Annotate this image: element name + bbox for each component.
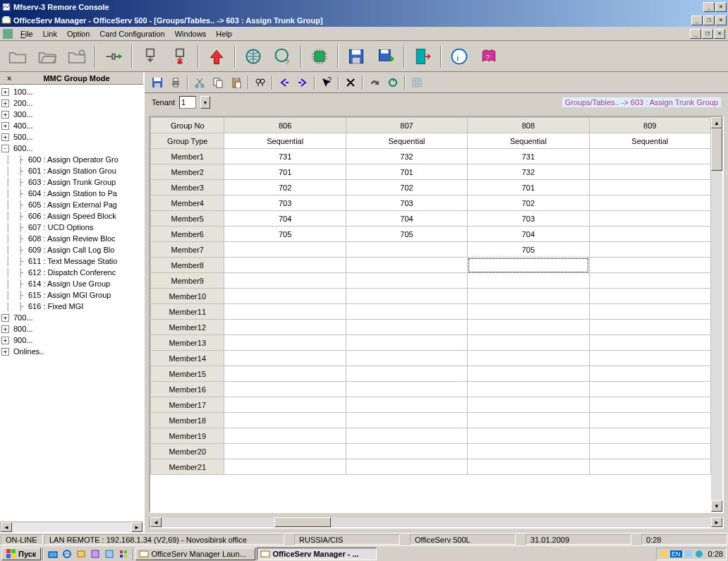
grid-cell[interactable] bbox=[589, 397, 710, 413]
paste-icon[interactable] bbox=[228, 75, 245, 90]
tray-icon[interactable] bbox=[684, 550, 693, 558]
grid-cell[interactable] bbox=[468, 397, 589, 413]
grid-cell[interactable] bbox=[224, 289, 346, 304]
grid-cell[interactable] bbox=[224, 413, 346, 428]
scroll-thumb[interactable] bbox=[274, 517, 331, 527]
lang-indicator[interactable]: EN bbox=[670, 550, 682, 557]
grid-row-header[interactable]: Member7 bbox=[151, 242, 224, 258]
grid-cell[interactable] bbox=[468, 428, 589, 444]
grid-cell[interactable] bbox=[224, 304, 346, 320]
globe-q-icon[interactable]: ? bbox=[269, 44, 296, 69]
grid-cell[interactable] bbox=[346, 413, 467, 428]
tray-icon[interactable] bbox=[660, 550, 668, 558]
grid-cell[interactable]: 731 bbox=[224, 149, 346, 164]
grid-cell[interactable] bbox=[589, 382, 710, 397]
grid-icon[interactable] bbox=[408, 75, 425, 90]
scroll-track[interactable] bbox=[711, 171, 722, 500]
print-icon[interactable] bbox=[167, 75, 184, 90]
grid-row-header[interactable]: Member18 bbox=[151, 413, 224, 428]
grid-cell[interactable] bbox=[589, 211, 710, 227]
grid-cell[interactable]: 732 bbox=[468, 164, 589, 180]
outlook-icon[interactable] bbox=[75, 548, 87, 560]
grid-cell[interactable]: 703 bbox=[224, 195, 346, 211]
copy-icon[interactable] bbox=[210, 75, 226, 90]
grid-row-header[interactable]: Member8 bbox=[151, 258, 224, 273]
app2-icon[interactable] bbox=[103, 548, 116, 560]
find-icon[interactable] bbox=[252, 75, 269, 90]
download-red-icon[interactable] bbox=[166, 44, 193, 69]
tree-branch[interactable]: +400... bbox=[1, 120, 142, 131]
grid-cell[interactable] bbox=[224, 366, 346, 382]
grid-cell[interactable]: 701 bbox=[346, 164, 467, 180]
tree-toggle[interactable]: + bbox=[1, 99, 9, 107]
tree-branch[interactable]: +100... bbox=[1, 86, 142, 97]
grid-col-header[interactable]: 807 bbox=[346, 118, 467, 133]
grid-cell[interactable]: 705 bbox=[468, 242, 589, 258]
tree-toggle[interactable]: + bbox=[1, 325, 9, 333]
grid-row-header[interactable]: Member19 bbox=[151, 428, 224, 444]
grid-cell[interactable] bbox=[468, 459, 589, 475]
grid-cell[interactable]: Sequential bbox=[346, 133, 467, 149]
tree-toggle[interactable]: + bbox=[1, 122, 9, 130]
grid-cell[interactable] bbox=[346, 397, 467, 413]
chip-icon[interactable] bbox=[306, 44, 333, 69]
menu-file[interactable]: FFileile bbox=[16, 28, 38, 40]
scroll-thumb[interactable] bbox=[711, 128, 722, 171]
grid-cell[interactable]: 705 bbox=[224, 227, 346, 242]
grid-cell[interactable] bbox=[589, 351, 710, 366]
tree-toggle[interactable]: + bbox=[1, 111, 9, 119]
grid-cell[interactable] bbox=[589, 444, 710, 459]
connect-icon[interactable] bbox=[100, 44, 127, 69]
grid-cell[interactable] bbox=[224, 273, 346, 289]
tree-branch[interactable]: +300... bbox=[1, 109, 142, 120]
minimize-button[interactable]: _ bbox=[703, 2, 715, 12]
menu-card-configuration[interactable]: Card Configuration bbox=[95, 28, 169, 40]
tree-leaf[interactable]: │├614 : Assign Use Group bbox=[1, 278, 142, 289]
grid-cell[interactable] bbox=[346, 304, 467, 320]
grid-cell[interactable] bbox=[589, 366, 710, 382]
grid-cell[interactable] bbox=[224, 242, 346, 258]
data-grid[interactable]: Group No806807808809Group TypeSequential… bbox=[150, 117, 711, 475]
menu-windows[interactable]: Windows bbox=[170, 28, 212, 40]
grid-vscroll[interactable]: ▲ ▼ bbox=[711, 117, 722, 512]
grid-row-header[interactable]: Member13 bbox=[151, 335, 224, 351]
grid-cell[interactable]: Sequential bbox=[224, 133, 346, 149]
grid-col-header[interactable]: 809 bbox=[589, 118, 710, 133]
grid-row-header[interactable]: Member20 bbox=[151, 444, 224, 459]
tree-toggle[interactable]: + bbox=[1, 314, 9, 322]
grid-row-header[interactable]: Member3 bbox=[151, 180, 224, 195]
grid-cell[interactable] bbox=[589, 164, 710, 180]
grid-cell[interactable] bbox=[589, 227, 710, 242]
scroll-left-button[interactable]: ◄ bbox=[1, 522, 12, 532]
grid-cell[interactable] bbox=[224, 428, 346, 444]
save-disk-icon[interactable] bbox=[343, 44, 370, 69]
grid-cell[interactable] bbox=[224, 382, 346, 397]
refresh-icon[interactable] bbox=[384, 75, 401, 90]
taskbar-item-launcher[interactable]: OfficeServ Manager Laun... bbox=[135, 548, 255, 560]
sidebar-close-icon[interactable]: × bbox=[4, 73, 14, 83]
grid-row-header[interactable]: Member14 bbox=[151, 351, 224, 366]
tree-leaf[interactable]: │├603 : Assign Trunk Group bbox=[1, 176, 142, 188]
close-button[interactable]: × bbox=[715, 2, 727, 12]
grid-cell[interactable] bbox=[346, 382, 467, 397]
tree-branch[interactable]: +700... bbox=[1, 312, 142, 323]
grid-cell[interactable] bbox=[346, 258, 467, 273]
grid-cell[interactable] bbox=[468, 351, 589, 366]
grid-cell[interactable]: Sequential bbox=[468, 133, 589, 149]
grid-cell[interactable] bbox=[468, 258, 589, 273]
grid-cell[interactable] bbox=[589, 413, 710, 428]
scroll-track[interactable] bbox=[162, 517, 711, 527]
grid-row-header[interactable]: Member12 bbox=[151, 320, 224, 335]
scroll-right-button[interactable]: ► bbox=[131, 522, 142, 532]
delete-icon[interactable] bbox=[342, 75, 359, 90]
grid-cell[interactable] bbox=[346, 444, 467, 459]
tree-leaf[interactable]: │├600 : Assign Operator Gro bbox=[1, 154, 142, 165]
tree-leaf[interactable]: │├616 : Fixed MGI bbox=[1, 301, 142, 312]
grid-row-header[interactable]: Member4 bbox=[151, 195, 224, 211]
tree-leaf[interactable]: │├611 : Text Message Statio bbox=[1, 255, 142, 267]
download-icon[interactable] bbox=[137, 44, 164, 69]
tenant-input[interactable] bbox=[179, 96, 196, 109]
app1-icon[interactable] bbox=[89, 548, 102, 560]
grid-col-header[interactable]: 806 bbox=[224, 118, 346, 133]
grid-col-header[interactable]: 808 bbox=[468, 118, 589, 133]
